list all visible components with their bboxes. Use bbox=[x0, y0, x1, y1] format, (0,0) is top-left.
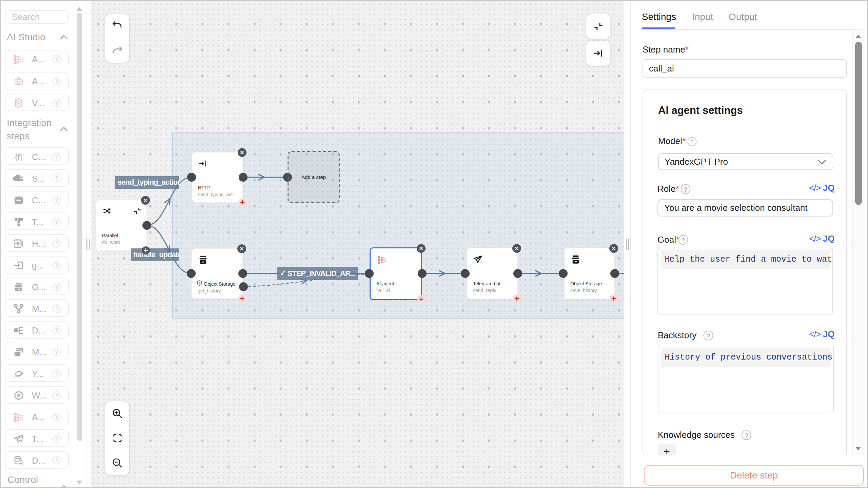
svg-text:?: ? bbox=[707, 333, 710, 340]
svg-text:{f}: {f} bbox=[15, 152, 23, 161]
svg-text:?: ? bbox=[690, 139, 693, 145]
svg-text:?: ? bbox=[684, 186, 687, 193]
svg-text:?: ? bbox=[682, 237, 685, 244]
svg-text:?: ? bbox=[745, 432, 748, 439]
